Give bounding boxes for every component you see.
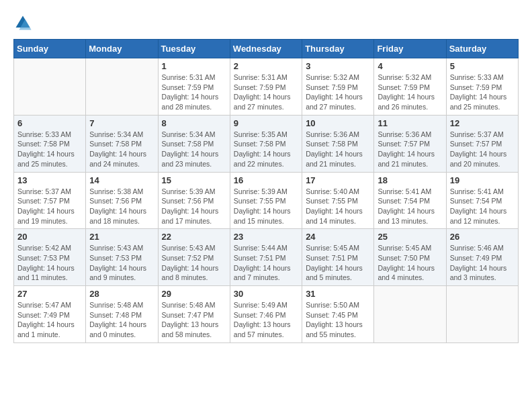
day-number: 15 [162,175,226,185]
calendar-cell: 14Sunrise: 5:38 AM Sunset: 7:56 PM Dayli… [86,172,158,229]
day-info: Sunrise: 5:33 AM Sunset: 7:59 PM Dayligh… [450,73,515,112]
calendar-cell: 20Sunrise: 5:42 AM Sunset: 7:53 PM Dayli… [14,229,86,286]
page-header [13,13,519,32]
day-number: 9 [234,118,298,128]
day-info: Sunrise: 5:32 AM Sunset: 7:59 PM Dayligh… [306,73,370,112]
calendar-cell: 24Sunrise: 5:45 AM Sunset: 7:51 PM Dayli… [302,229,374,286]
day-number: 14 [89,175,154,185]
day-info: Sunrise: 5:45 AM Sunset: 7:50 PM Dayligh… [378,243,442,283]
day-info: Sunrise: 5:36 AM Sunset: 7:58 PM Dayligh… [306,130,370,169]
day-number: 12 [450,118,515,128]
day-info: Sunrise: 5:31 AM Sunset: 7:59 PM Dayligh… [162,73,226,112]
day-number: 25 [378,232,442,242]
calendar-cell: 30Sunrise: 5:49 AM Sunset: 7:46 PM Dayli… [230,286,302,343]
day-info: Sunrise: 5:41 AM Sunset: 7:54 PM Dayligh… [378,187,442,226]
day-info: Sunrise: 5:47 AM Sunset: 7:49 PM Dayligh… [17,300,82,340]
calendar-cell: 10Sunrise: 5:36 AM Sunset: 7:58 PM Dayli… [302,115,374,172]
day-info: Sunrise: 5:38 AM Sunset: 7:56 PM Dayligh… [89,187,154,226]
day-info: Sunrise: 5:33 AM Sunset: 7:58 PM Dayligh… [17,130,82,169]
day-number: 6 [17,118,82,128]
calendar-cell [446,286,518,343]
calendar-week-row: 6Sunrise: 5:33 AM Sunset: 7:58 PM Daylig… [14,115,519,172]
day-info: Sunrise: 5:42 AM Sunset: 7:53 PM Dayligh… [17,243,82,283]
calendar-cell: 27Sunrise: 5:47 AM Sunset: 7:49 PM Dayli… [14,286,86,343]
day-number: 17 [306,175,370,185]
day-number: 3 [306,61,370,71]
day-info: Sunrise: 5:48 AM Sunset: 7:47 PM Dayligh… [162,300,226,340]
calendar-cell: 5Sunrise: 5:33 AM Sunset: 7:59 PM Daylig… [446,58,518,116]
day-number: 19 [450,175,515,185]
day-info: Sunrise: 5:31 AM Sunset: 7:59 PM Dayligh… [234,73,298,112]
day-number: 10 [306,118,370,128]
calendar-cell: 31Sunrise: 5:50 AM Sunset: 7:45 PM Dayli… [302,286,374,343]
weekday-header: Sunday [14,40,86,58]
day-info: Sunrise: 5:36 AM Sunset: 7:57 PM Dayligh… [378,130,442,169]
day-number: 11 [378,118,442,128]
day-info: Sunrise: 5:48 AM Sunset: 7:48 PM Dayligh… [89,300,154,340]
day-number: 4 [378,61,442,71]
day-info: Sunrise: 5:44 AM Sunset: 7:51 PM Dayligh… [234,243,298,283]
calendar-cell: 22Sunrise: 5:43 AM Sunset: 7:52 PM Dayli… [158,229,230,286]
calendar-cell: 15Sunrise: 5:39 AM Sunset: 7:56 PM Dayli… [158,172,230,229]
day-number: 28 [89,289,154,299]
day-number: 26 [450,232,515,242]
day-info: Sunrise: 5:43 AM Sunset: 7:53 PM Dayligh… [89,243,154,283]
calendar-table: SundayMondayTuesdayWednesdayThursdayFrid… [13,39,519,343]
day-info: Sunrise: 5:46 AM Sunset: 7:49 PM Dayligh… [450,243,515,283]
calendar-week-row: 13Sunrise: 5:37 AM Sunset: 7:57 PM Dayli… [14,172,519,229]
day-number: 20 [17,232,82,242]
logo-icon [13,13,32,32]
day-number: 13 [17,175,82,185]
day-number: 27 [17,289,82,299]
day-number: 31 [306,289,370,299]
day-number: 21 [89,232,154,242]
calendar-cell: 12Sunrise: 5:37 AM Sunset: 7:57 PM Dayli… [446,115,518,172]
calendar-cell: 25Sunrise: 5:45 AM Sunset: 7:50 PM Dayli… [374,229,446,286]
calendar-cell: 18Sunrise: 5:41 AM Sunset: 7:54 PM Dayli… [374,172,446,229]
weekday-header: Wednesday [230,40,302,58]
day-number: 5 [450,61,515,71]
calendar-week-row: 27Sunrise: 5:47 AM Sunset: 7:49 PM Dayli… [14,286,519,343]
weekday-header: Thursday [302,40,374,58]
calendar-cell: 28Sunrise: 5:48 AM Sunset: 7:48 PM Dayli… [86,286,158,343]
day-number: 16 [234,175,298,185]
weekday-header: Saturday [446,40,518,58]
calendar-cell [374,286,446,343]
logo [13,13,35,32]
calendar-week-row: 1Sunrise: 5:31 AM Sunset: 7:59 PM Daylig… [14,58,519,116]
day-info: Sunrise: 5:39 AM Sunset: 7:56 PM Dayligh… [162,187,226,226]
day-info: Sunrise: 5:45 AM Sunset: 7:51 PM Dayligh… [306,243,370,283]
day-number: 18 [378,175,442,185]
calendar-cell: 2Sunrise: 5:31 AM Sunset: 7:59 PM Daylig… [230,58,302,116]
day-number: 1 [162,61,226,71]
day-number: 7 [89,118,154,128]
weekday-header: Monday [86,40,158,58]
calendar-cell: 6Sunrise: 5:33 AM Sunset: 7:58 PM Daylig… [14,115,86,172]
calendar-cell: 21Sunrise: 5:43 AM Sunset: 7:53 PM Dayli… [86,229,158,286]
day-number: 24 [306,232,370,242]
day-info: Sunrise: 5:34 AM Sunset: 7:58 PM Dayligh… [162,130,226,169]
day-info: Sunrise: 5:50 AM Sunset: 7:45 PM Dayligh… [306,300,370,340]
day-number: 30 [234,289,298,299]
calendar-cell: 16Sunrise: 5:39 AM Sunset: 7:55 PM Dayli… [230,172,302,229]
calendar-cell: 1Sunrise: 5:31 AM Sunset: 7:59 PM Daylig… [158,58,230,116]
calendar-cell: 8Sunrise: 5:34 AM Sunset: 7:58 PM Daylig… [158,115,230,172]
day-info: Sunrise: 5:32 AM Sunset: 7:59 PM Dayligh… [378,73,442,112]
calendar-cell: 26Sunrise: 5:46 AM Sunset: 7:49 PM Dayli… [446,229,518,286]
calendar-cell: 9Sunrise: 5:35 AM Sunset: 7:58 PM Daylig… [230,115,302,172]
day-info: Sunrise: 5:34 AM Sunset: 7:58 PM Dayligh… [89,130,154,169]
calendar-cell: 11Sunrise: 5:36 AM Sunset: 7:57 PM Dayli… [374,115,446,172]
weekday-header: Tuesday [158,40,230,58]
calendar-cell: 23Sunrise: 5:44 AM Sunset: 7:51 PM Dayli… [230,229,302,286]
calendar-cell [86,58,158,116]
calendar-cell: 3Sunrise: 5:32 AM Sunset: 7:59 PM Daylig… [302,58,374,116]
calendar-cell: 29Sunrise: 5:48 AM Sunset: 7:47 PM Dayli… [158,286,230,343]
day-info: Sunrise: 5:35 AM Sunset: 7:58 PM Dayligh… [234,130,298,169]
day-number: 8 [162,118,226,128]
calendar-week-row: 20Sunrise: 5:42 AM Sunset: 7:53 PM Dayli… [14,229,519,286]
day-info: Sunrise: 5:40 AM Sunset: 7:55 PM Dayligh… [306,187,370,226]
calendar-cell: 13Sunrise: 5:37 AM Sunset: 7:57 PM Dayli… [14,172,86,229]
calendar-cell: 7Sunrise: 5:34 AM Sunset: 7:58 PM Daylig… [86,115,158,172]
calendar-cell [14,58,86,116]
day-info: Sunrise: 5:49 AM Sunset: 7:46 PM Dayligh… [234,300,298,340]
